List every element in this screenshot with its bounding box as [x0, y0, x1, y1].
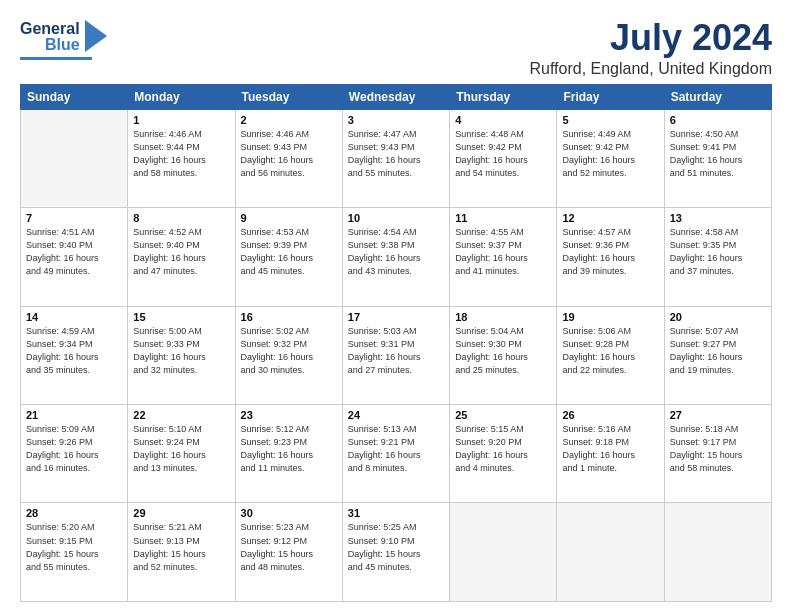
day-info: Sunrise: 5:04 AM Sunset: 9:30 PM Dayligh…	[455, 325, 551, 377]
day-info: Sunrise: 5:21 AM Sunset: 9:13 PM Dayligh…	[133, 521, 229, 573]
calendar-cell: 14Sunrise: 4:59 AM Sunset: 9:34 PM Dayli…	[21, 306, 128, 404]
day-number: 30	[241, 507, 337, 519]
calendar-table: SundayMondayTuesdayWednesdayThursdayFrid…	[20, 84, 772, 602]
day-number: 12	[562, 212, 658, 224]
calendar-cell: 2Sunrise: 4:46 AM Sunset: 9:43 PM Daylig…	[235, 109, 342, 207]
day-info: Sunrise: 5:02 AM Sunset: 9:32 PM Dayligh…	[241, 325, 337, 377]
weekday-header-monday: Monday	[128, 84, 235, 109]
calendar-week-row: 28Sunrise: 5:20 AM Sunset: 9:15 PM Dayli…	[21, 503, 772, 602]
calendar-cell: 28Sunrise: 5:20 AM Sunset: 9:15 PM Dayli…	[21, 503, 128, 602]
calendar-cell: 16Sunrise: 5:02 AM Sunset: 9:32 PM Dayli…	[235, 306, 342, 404]
day-number: 20	[670, 311, 766, 323]
day-info: Sunrise: 4:49 AM Sunset: 9:42 PM Dayligh…	[562, 128, 658, 180]
calendar-cell: 11Sunrise: 4:55 AM Sunset: 9:37 PM Dayli…	[450, 208, 557, 306]
calendar-cell: 13Sunrise: 4:58 AM Sunset: 9:35 PM Dayli…	[664, 208, 771, 306]
day-number: 8	[133, 212, 229, 224]
calendar-cell: 3Sunrise: 4:47 AM Sunset: 9:43 PM Daylig…	[342, 109, 449, 207]
calendar-cell	[21, 109, 128, 207]
day-info: Sunrise: 4:50 AM Sunset: 9:41 PM Dayligh…	[670, 128, 766, 180]
day-number: 14	[26, 311, 122, 323]
day-number: 26	[562, 409, 658, 421]
logo-triangle-icon	[85, 20, 107, 56]
day-info: Sunrise: 4:51 AM Sunset: 9:40 PM Dayligh…	[26, 226, 122, 278]
day-info: Sunrise: 5:13 AM Sunset: 9:21 PM Dayligh…	[348, 423, 444, 475]
logo-text-blue: Blue	[45, 37, 80, 53]
day-info: Sunrise: 4:59 AM Sunset: 9:34 PM Dayligh…	[26, 325, 122, 377]
calendar-cell: 29Sunrise: 5:21 AM Sunset: 9:13 PM Dayli…	[128, 503, 235, 602]
day-number: 17	[348, 311, 444, 323]
day-number: 19	[562, 311, 658, 323]
day-info: Sunrise: 5:03 AM Sunset: 9:31 PM Dayligh…	[348, 325, 444, 377]
calendar-cell: 8Sunrise: 4:52 AM Sunset: 9:40 PM Daylig…	[128, 208, 235, 306]
calendar-cell: 26Sunrise: 5:16 AM Sunset: 9:18 PM Dayli…	[557, 405, 664, 503]
day-info: Sunrise: 4:47 AM Sunset: 9:43 PM Dayligh…	[348, 128, 444, 180]
day-number: 22	[133, 409, 229, 421]
day-info: Sunrise: 5:18 AM Sunset: 9:17 PM Dayligh…	[670, 423, 766, 475]
weekday-header-saturday: Saturday	[664, 84, 771, 109]
page: General Blue July 2024 Rufford, England,…	[0, 0, 792, 612]
calendar-cell: 5Sunrise: 4:49 AM Sunset: 9:42 PM Daylig…	[557, 109, 664, 207]
day-info: Sunrise: 4:55 AM Sunset: 9:37 PM Dayligh…	[455, 226, 551, 278]
calendar-week-row: 21Sunrise: 5:09 AM Sunset: 9:26 PM Dayli…	[21, 405, 772, 503]
calendar-cell: 15Sunrise: 5:00 AM Sunset: 9:33 PM Dayli…	[128, 306, 235, 404]
day-info: Sunrise: 4:54 AM Sunset: 9:38 PM Dayligh…	[348, 226, 444, 278]
day-number: 5	[562, 114, 658, 126]
logo-underline	[20, 57, 92, 60]
calendar-week-row: 7Sunrise: 4:51 AM Sunset: 9:40 PM Daylig…	[21, 208, 772, 306]
calendar-cell: 27Sunrise: 5:18 AM Sunset: 9:17 PM Dayli…	[664, 405, 771, 503]
day-number: 18	[455, 311, 551, 323]
day-number: 10	[348, 212, 444, 224]
day-number: 31	[348, 507, 444, 519]
day-number: 27	[670, 409, 766, 421]
day-info: Sunrise: 4:57 AM Sunset: 9:36 PM Dayligh…	[562, 226, 658, 278]
title-block: July 2024 Rufford, England, United Kingd…	[529, 18, 772, 78]
calendar-cell: 30Sunrise: 5:23 AM Sunset: 9:12 PM Dayli…	[235, 503, 342, 602]
day-info: Sunrise: 5:09 AM Sunset: 9:26 PM Dayligh…	[26, 423, 122, 475]
calendar-cell: 6Sunrise: 4:50 AM Sunset: 9:41 PM Daylig…	[664, 109, 771, 207]
calendar-cell: 22Sunrise: 5:10 AM Sunset: 9:24 PM Dayli…	[128, 405, 235, 503]
day-info: Sunrise: 4:58 AM Sunset: 9:35 PM Dayligh…	[670, 226, 766, 278]
calendar-week-row: 1Sunrise: 4:46 AM Sunset: 9:44 PM Daylig…	[21, 109, 772, 207]
day-number: 24	[348, 409, 444, 421]
calendar-cell: 23Sunrise: 5:12 AM Sunset: 9:23 PM Dayli…	[235, 405, 342, 503]
calendar-cell: 19Sunrise: 5:06 AM Sunset: 9:28 PM Dayli…	[557, 306, 664, 404]
calendar-week-row: 14Sunrise: 4:59 AM Sunset: 9:34 PM Dayli…	[21, 306, 772, 404]
logo-text-general: General	[20, 21, 80, 37]
day-number: 11	[455, 212, 551, 224]
calendar-cell	[557, 503, 664, 602]
day-number: 9	[241, 212, 337, 224]
day-info: Sunrise: 5:06 AM Sunset: 9:28 PM Dayligh…	[562, 325, 658, 377]
calendar-cell: 17Sunrise: 5:03 AM Sunset: 9:31 PM Dayli…	[342, 306, 449, 404]
day-number: 25	[455, 409, 551, 421]
day-info: Sunrise: 5:15 AM Sunset: 9:20 PM Dayligh…	[455, 423, 551, 475]
calendar-cell: 20Sunrise: 5:07 AM Sunset: 9:27 PM Dayli…	[664, 306, 771, 404]
calendar-cell: 24Sunrise: 5:13 AM Sunset: 9:21 PM Dayli…	[342, 405, 449, 503]
day-number: 28	[26, 507, 122, 519]
day-info: Sunrise: 4:48 AM Sunset: 9:42 PM Dayligh…	[455, 128, 551, 180]
day-info: Sunrise: 5:00 AM Sunset: 9:33 PM Dayligh…	[133, 325, 229, 377]
day-info: Sunrise: 5:25 AM Sunset: 9:10 PM Dayligh…	[348, 521, 444, 573]
weekday-header-thursday: Thursday	[450, 84, 557, 109]
day-info: Sunrise: 5:07 AM Sunset: 9:27 PM Dayligh…	[670, 325, 766, 377]
calendar-cell: 18Sunrise: 5:04 AM Sunset: 9:30 PM Dayli…	[450, 306, 557, 404]
day-number: 21	[26, 409, 122, 421]
day-number: 16	[241, 311, 337, 323]
day-number: 6	[670, 114, 766, 126]
logo: General Blue	[20, 18, 107, 60]
day-info: Sunrise: 5:12 AM Sunset: 9:23 PM Dayligh…	[241, 423, 337, 475]
day-number: 7	[26, 212, 122, 224]
calendar-cell: 25Sunrise: 5:15 AM Sunset: 9:20 PM Dayli…	[450, 405, 557, 503]
calendar-cell: 21Sunrise: 5:09 AM Sunset: 9:26 PM Dayli…	[21, 405, 128, 503]
day-number: 15	[133, 311, 229, 323]
day-number: 2	[241, 114, 337, 126]
calendar-cell	[664, 503, 771, 602]
day-info: Sunrise: 4:46 AM Sunset: 9:43 PM Dayligh…	[241, 128, 337, 180]
subtitle: Rufford, England, United Kingdom	[529, 60, 772, 78]
calendar-header-row: SundayMondayTuesdayWednesdayThursdayFrid…	[21, 84, 772, 109]
day-info: Sunrise: 5:16 AM Sunset: 9:18 PM Dayligh…	[562, 423, 658, 475]
day-info: Sunrise: 4:52 AM Sunset: 9:40 PM Dayligh…	[133, 226, 229, 278]
calendar-cell: 9Sunrise: 4:53 AM Sunset: 9:39 PM Daylig…	[235, 208, 342, 306]
day-number: 1	[133, 114, 229, 126]
day-info: Sunrise: 5:23 AM Sunset: 9:12 PM Dayligh…	[241, 521, 337, 573]
day-number: 23	[241, 409, 337, 421]
